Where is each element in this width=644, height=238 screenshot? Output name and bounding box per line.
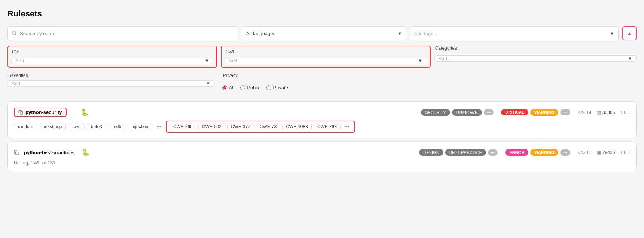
ruleset-name-wrap: python-security [14, 108, 74, 117]
upvote-icon-2: ↑ [620, 150, 622, 155]
tag-warning-2: WARNING [530, 149, 558, 156]
file-icon: ▦ [596, 109, 601, 115]
categories-label: Categories [434, 46, 637, 51]
code-icon-2: </> [578, 150, 585, 155]
cwe-add-placeholder: Add... [229, 58, 241, 64]
cwe-more-button[interactable]: ••• [342, 123, 351, 130]
cve-select[interactable]: Add... ▼ [11, 58, 213, 64]
chip-md5: md5 [109, 123, 125, 130]
cwe-798: CWE-798 [314, 123, 341, 130]
tag-unknown: UNKNOWN [452, 109, 482, 116]
svg-line-1 [15, 34, 16, 35]
chevron-down-icon: ▼ [204, 58, 209, 64]
vote-group-2: ↑ 0 ↓ [620, 150, 630, 155]
severities-add-placeholder: Add... [12, 81, 24, 86]
svg-point-0 [12, 31, 16, 35]
cve-filter-group: CVE Add... ▼ [7, 46, 217, 68]
chevron-down-icon: ▼ [206, 81, 211, 86]
downvote-icon: ↓ [628, 110, 630, 115]
tag-more-dots-3[interactable]: ••• [488, 149, 498, 156]
file-icon-2: ▦ [596, 150, 601, 155]
severities-select[interactable]: Add... ▼ [7, 80, 215, 87]
cwe-377: CWE-377 [227, 123, 254, 130]
categories-filter-group: Categories Add... ▼ [434, 46, 637, 62]
upvote-count-2: 0 [624, 150, 626, 155]
table-row: python-security 🐍 SECURITY UNKNOWN ••• C… [7, 101, 637, 138]
tags-select[interactable]: Add tags... ▼ [410, 26, 619, 40]
tag-critical: CRITICAL [501, 109, 528, 115]
ruleset-name-wrap-2: python-best-practices [14, 150, 75, 155]
privacy-label: Privacy [222, 73, 637, 78]
code-count: 19 [586, 110, 591, 115]
chip-aws: aws [68, 123, 84, 130]
upvote-icon: ↑ [620, 110, 622, 115]
radio-public-label: Public [247, 85, 260, 90]
search-icon [12, 31, 17, 36]
stats-group: </> 19 ▦ 30306 ↑ 0 ↓ [578, 109, 630, 115]
search-box[interactable] [7, 26, 238, 40]
cwe-78: CWE-78 [256, 123, 280, 130]
copy-icon-2 [14, 150, 19, 155]
cwe-label: CWE [225, 49, 427, 55]
file-stat-2: ▦ 29436 [596, 150, 615, 155]
search-input[interactable] [20, 31, 234, 36]
ruleset-name-box[interactable]: python-security [14, 108, 67, 117]
radio-public[interactable]: Public [240, 85, 260, 90]
no-data-label: No Tag, CWE or CVE [14, 160, 630, 166]
python-lang-icon-2: 🐍 [82, 148, 90, 157]
language-select[interactable]: All languages ▼ [242, 26, 406, 40]
chevron-down-icon: ▼ [397, 31, 402, 36]
upvote-count: 0 [624, 110, 626, 115]
copy-icon [18, 110, 23, 115]
cwe-502: CWE-502 [198, 123, 225, 130]
chip-mkstemp: mkstemp [40, 123, 66, 130]
file-count-2: 29436 [602, 150, 615, 155]
categories-select[interactable]: Add... ▼ [434, 55, 637, 62]
table-row: python-best-practices 🐍 DESIGN BEST PRAC… [7, 142, 637, 171]
cwe-1088: CWE-1088 [282, 123, 312, 130]
severities-label: Severities [7, 73, 215, 78]
chevron-up-icon: ▲ [627, 30, 632, 36]
category-tags-2: DESIGN BEST PRACTICE ••• [419, 149, 498, 156]
chips-row: random mkstemp aws boto3 md5 injection •… [14, 121, 630, 133]
file-stat: ▦ 30306 [596, 109, 615, 115]
category-tags: SECURITY UNKNOWN ••• [421, 109, 494, 116]
cwe-select[interactable]: Add... ▼ [225, 58, 427, 64]
radio-all-label: All [229, 85, 234, 90]
collapse-button[interactable]: ▲ [622, 26, 637, 40]
ruleset-name: python-security [25, 109, 62, 115]
code-count-2: 11 [586, 150, 591, 155]
tag-more-dots[interactable]: ••• [484, 109, 494, 115]
downvote-icon-2: ↓ [628, 150, 630, 155]
tags-placeholder: Add tags... [414, 31, 437, 36]
tag-security: SECURITY [421, 109, 450, 116]
cwe-chips-group: CWE-295 CWE-502 CWE-377 CWE-78 CWE-1088 … [166, 121, 355, 133]
cve-add-placeholder: Add... [15, 58, 28, 64]
chips-more-button[interactable]: ••• [155, 123, 164, 130]
code-stat-2: </> 11 [578, 150, 591, 155]
chip-injection: injection [128, 123, 152, 130]
tag-design: DESIGN [419, 149, 443, 156]
privacy-options: All Public Private [222, 80, 637, 95]
radio-all[interactable]: All [222, 85, 234, 90]
chip-random: random [14, 123, 37, 130]
chevron-down-icon: ▼ [628, 56, 632, 61]
tag-more-dots-2[interactable]: ••• [560, 109, 570, 115]
radio-private[interactable]: Private [266, 85, 288, 90]
svg-rect-3 [16, 152, 18, 154]
tag-warning: WARNING [530, 109, 558, 116]
code-stat: </> 19 [578, 109, 591, 115]
code-icon: </> [578, 109, 585, 115]
chevron-down-icon: ▼ [610, 31, 614, 36]
svg-rect-2 [20, 112, 23, 114]
ruleset-name-2: python-best-practices [24, 150, 75, 155]
cwe-filter-group: CWE Add... ▼ [221, 46, 430, 68]
chip-boto3: boto3 [87, 123, 106, 130]
severity-tags-2: ERROR WARNING ••• [505, 149, 570, 156]
page-title: Rulesets [7, 9, 637, 19]
language-select-value: All languages [246, 31, 275, 36]
tag-more-dots-4[interactable]: ••• [560, 149, 570, 156]
tag-best-practice: BEST PRACTICE [445, 149, 486, 156]
cwe-295: CWE-295 [170, 123, 196, 130]
tag-error: ERROR [505, 149, 528, 156]
